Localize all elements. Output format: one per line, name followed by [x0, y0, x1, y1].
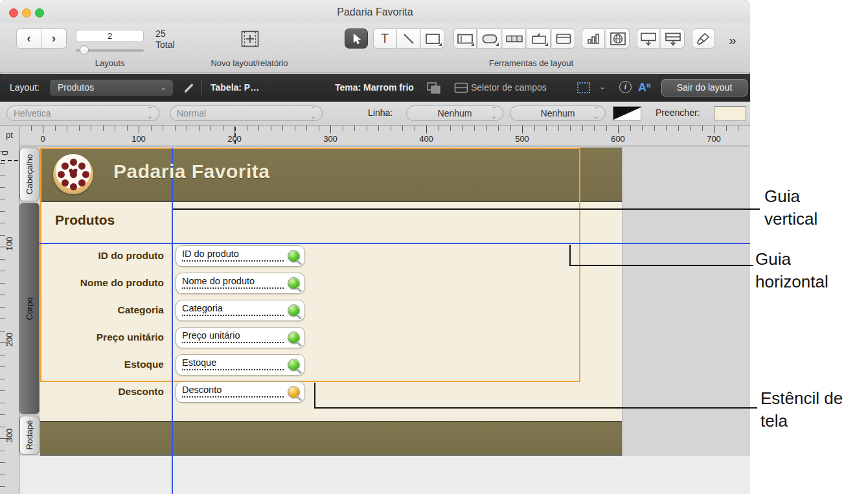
font-style-value: Normal: [177, 108, 206, 118]
pointer-icon: [350, 32, 362, 45]
font-family-select[interactable]: Helvetica ⌃⌄: [6, 106, 159, 121]
tool-pointer-button[interactable]: [345, 28, 368, 49]
field-tool-icon: [457, 32, 474, 45]
field-id-do-produto[interactable]: ID do produto: [176, 245, 305, 267]
formatting-bar-toggle-icon[interactable]: Aª: [638, 81, 651, 95]
tool-chart-button[interactable]: [582, 28, 605, 49]
field-label[interactable]: Estoque: [26, 359, 164, 370]
quick-find-badge-icon: [288, 304, 300, 317]
tool-slide-control-button[interactable]: [552, 28, 575, 49]
tool-button-bar-button[interactable]: [503, 28, 526, 49]
layout-canvas[interactable]: ♥ Padaria Favorita Produtos ID do produt…: [0, 146, 750, 494]
footer-part[interactable]: [40, 422, 622, 455]
v-ruler-number: 200: [5, 333, 14, 347]
field-preco-unitario[interactable]: Preço unitário: [176, 327, 305, 348]
line-tool-icon: [402, 32, 415, 45]
h-ruler-number: 300: [323, 134, 337, 144]
horizontal-guide-callout-elbow: [569, 245, 571, 266]
section-title[interactable]: Produtos: [55, 212, 115, 228]
horizontal-guide[interactable]: [19, 243, 750, 244]
previous-layout-button[interactable]: ‹: [16, 28, 41, 49]
insert-part-button[interactable]: [661, 28, 685, 49]
field-placeholder: Categoria: [182, 303, 284, 316]
field-label[interactable]: Desconto: [26, 386, 164, 398]
ruler-unit-box[interactable]: pt: [0, 126, 19, 146]
next-layout-button[interactable]: ›: [41, 28, 67, 49]
theme-icon[interactable]: [426, 82, 443, 95]
part-tab-footer[interactable]: Rodapé: [19, 416, 40, 455]
back-icon: ‹: [27, 32, 31, 45]
vertical-guide[interactable]: [172, 148, 173, 494]
insert-part-icon: [665, 32, 681, 46]
h-ruler-number: 600: [611, 134, 625, 144]
tool-field-button[interactable]: [453, 28, 477, 49]
field-picker-icon[interactable]: [454, 82, 468, 93]
field-nome-do-produto[interactable]: Nome do produto: [176, 273, 305, 294]
exit-layout-button[interactable]: Sair do layout: [661, 79, 748, 96]
layout-popup-value: Produtos: [58, 82, 94, 93]
field-categoria[interactable]: Categoria: [176, 300, 305, 321]
field-placeholder: Nome do produto: [182, 276, 284, 289]
info-icon[interactable]: i: [619, 81, 632, 93]
layout-header-title[interactable]: Padaria Favorita: [113, 161, 269, 183]
tool-web-viewer-button[interactable]: [606, 28, 630, 49]
app-window: Padaria Favorita ‹ › 2 25 Total Layouts …: [0, 0, 750, 494]
field-label[interactable]: Preço unitário: [26, 331, 164, 343]
part-tab-header[interactable]: Cabeçalho: [19, 148, 40, 201]
font-family-value: Helvetica: [14, 108, 51, 118]
screen-stencil: [40, 148, 580, 382]
horizontal-ruler[interactable]: pt 0 100 200 300 400 500 600 700: [0, 126, 750, 146]
horizontal-guide-callout-line: [569, 265, 753, 266]
part-tab-label: Cabeçalho: [25, 154, 34, 194]
layouts-caption: Layouts: [76, 58, 144, 68]
selection-chevron-icon[interactable]: ⌄: [599, 82, 606, 91]
bakery-logo[interactable]: ♥: [53, 154, 93, 194]
new-layout-button[interactable]: [239, 28, 260, 49]
field-label[interactable]: ID do produto: [26, 250, 164, 262]
layout-number-field[interactable]: 2: [76, 30, 144, 42]
selection-mode-icon[interactable]: [577, 82, 590, 93]
vertical-guide-callout-line: [173, 208, 760, 210]
stepper-icon: ⌃⌄: [311, 106, 316, 120]
format-painter-button[interactable]: [692, 28, 715, 49]
line-label: Linha:: [368, 107, 393, 118]
edit-layout-pencil-icon[interactable]: [183, 82, 196, 95]
field-label[interactable]: Nome do produto: [26, 277, 164, 289]
ruler-position-marker: [1, 160, 18, 161]
h-ruler-number: 0: [40, 134, 45, 144]
field-label[interactable]: Categoria: [26, 304, 164, 316]
field-placeholder: Preço unitário: [182, 330, 284, 343]
tool-tab-control-button[interactable]: [527, 28, 551, 49]
tool-button-button[interactable]: [478, 28, 501, 49]
toolbar-overflow-button[interactable]: »: [729, 32, 735, 48]
line-color-swatch[interactable]: [613, 106, 641, 120]
stepper-icon: ⌃⌄: [594, 106, 599, 120]
layout-slider-knob[interactable]: [80, 45, 89, 55]
insert-field-button[interactable]: [637, 28, 660, 49]
window-title: Padaria Favorita: [0, 6, 750, 18]
tool-rectangle-button[interactable]: [421, 28, 444, 49]
field-desconto[interactable]: Desconto: [176, 381, 305, 403]
field-estoque[interactable]: Estoque: [176, 354, 305, 376]
line-width-select[interactable]: Nenhum ⌃⌄: [406, 106, 503, 121]
tool-text-button[interactable]: T: [373, 28, 396, 49]
field-picker-label[interactable]: Seletor de campos: [471, 82, 547, 93]
layout-popup-menu[interactable]: Produtos ⌄: [49, 79, 174, 96]
ruler-position-marker: [234, 127, 236, 144]
status-toolbar: ‹ › 2 25 Total Layouts Novo layout/relat…: [0, 23, 750, 73]
annotation-line: Guia: [764, 185, 817, 208]
formatting-bar: Helvetica ⌃⌄ Normal ⌃⌄ Linha: Nenhum ⌃⌄ …: [0, 102, 750, 126]
line-style-select[interactable]: Nenhum ⌃⌄: [510, 106, 606, 121]
part-tab-body[interactable]: Corpo: [19, 203, 40, 414]
vertical-ruler[interactable]: 0 100 200 300: [0, 146, 19, 494]
title-bar: Padaria Favorita: [0, 0, 750, 23]
fill-color-swatch[interactable]: [714, 106, 746, 120]
text-tool-icon: T: [381, 31, 389, 46]
new-layout-icon: [241, 30, 259, 47]
layout-slider[interactable]: [76, 49, 144, 52]
stepper-icon: ⌃⌄: [148, 106, 153, 120]
quick-find-badge-icon: [288, 359, 300, 371]
annotation-line: vertical: [764, 208, 817, 230]
font-style-select[interactable]: Normal ⌃⌄: [170, 106, 323, 121]
tool-line-button[interactable]: [397, 28, 420, 49]
